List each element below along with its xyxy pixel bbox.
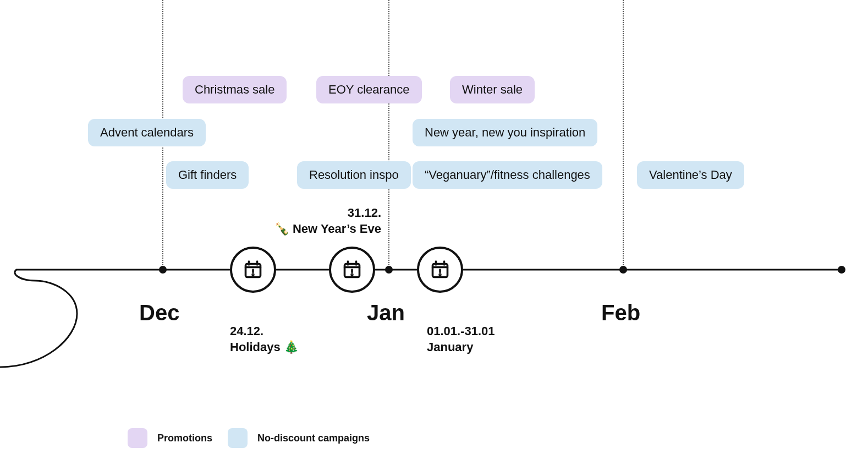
svg-point-5 (440, 274, 441, 275)
svg-point-3 (351, 274, 353, 275)
calendar-alert-icon (342, 260, 362, 280)
milestone-nye (329, 247, 375, 293)
calendar-alert-icon (430, 260, 450, 280)
milestone-holidays (230, 247, 276, 293)
axis-dot-feb (619, 266, 627, 274)
axis-dot-jan (385, 266, 393, 274)
timeline-axis (0, 0, 868, 470)
milestone-january (417, 247, 463, 293)
axis-dot-end (838, 266, 845, 274)
calendar-alert-icon (243, 260, 263, 280)
timeline-diagram: Christmas sale EOY clearance Winter sale… (0, 0, 868, 470)
axis-dot-dec (159, 266, 167, 274)
svg-point-1 (252, 274, 254, 275)
